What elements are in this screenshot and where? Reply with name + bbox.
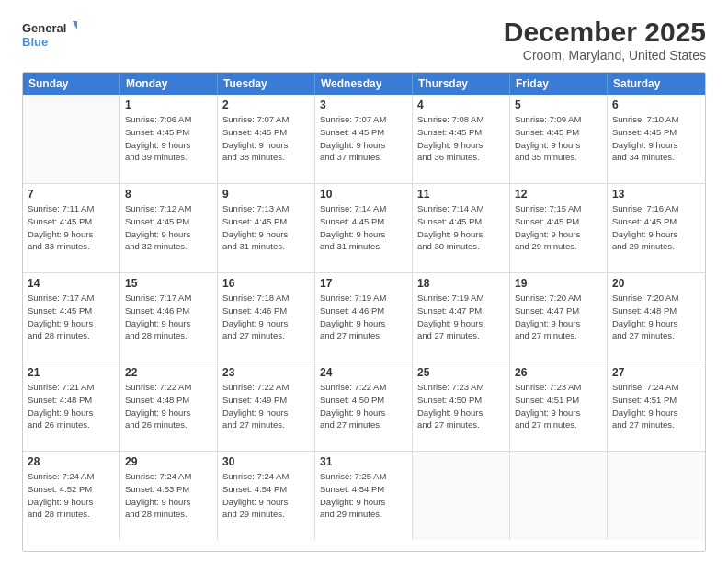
day-number: 12 [515,188,602,201]
day-info: Sunrise: 7:08 AM Sunset: 4:45 PM Dayligh… [417,113,505,164]
header-day: Monday [120,73,218,95]
calendar-cell: 20Sunrise: 7:20 AM Sunset: 4:48 PM Dayli… [608,273,705,362]
calendar-cell: 10Sunrise: 7:14 AM Sunset: 4:45 PM Dayli… [315,184,413,272]
day-number: 13 [612,188,700,201]
title-block: December 2025 Croom, Maryland, United St… [504,17,706,63]
day-number: 9 [222,188,310,201]
day-number: 8 [125,188,212,201]
day-info: Sunrise: 7:17 AM Sunset: 4:45 PM Dayligh… [28,292,115,342]
day-info: Sunrise: 7:20 AM Sunset: 4:48 PM Dayligh… [612,292,700,342]
day-number: 5 [515,98,602,111]
header-day: Sunday [23,73,120,95]
calendar-cell: 26Sunrise: 7:23 AM Sunset: 4:51 PM Dayli… [510,362,608,451]
day-number: 31 [320,455,407,468]
logo-svg: General Blue [22,17,77,53]
day-info: Sunrise: 7:09 AM Sunset: 4:45 PM Dayligh… [515,113,602,164]
calendar-cell: 27Sunrise: 7:24 AM Sunset: 4:51 PM Dayli… [608,362,705,451]
calendar-cell [510,452,608,540]
day-info: Sunrise: 7:11 AM Sunset: 4:45 PM Dayligh… [28,202,115,253]
day-info: Sunrise: 7:13 AM Sunset: 4:45 PM Dayligh… [222,202,310,253]
calendar-body: 1Sunrise: 7:06 AM Sunset: 4:45 PM Daylig… [23,95,705,540]
day-info: Sunrise: 7:07 AM Sunset: 4:45 PM Dayligh… [222,113,310,164]
header-day: Tuesday [218,73,315,95]
day-info: Sunrise: 7:19 AM Sunset: 4:47 PM Dayligh… [417,292,505,342]
day-info: Sunrise: 7:14 AM Sunset: 4:45 PM Dayligh… [417,202,505,253]
calendar-cell: 16Sunrise: 7:18 AM Sunset: 4:46 PM Dayli… [218,273,315,362]
day-number: 17 [320,277,407,290]
day-number: 18 [417,277,505,290]
day-info: Sunrise: 7:21 AM Sunset: 4:48 PM Dayligh… [28,381,115,431]
calendar-cell: 8Sunrise: 7:12 AM Sunset: 4:45 PM Daylig… [120,184,218,272]
calendar-cell: 19Sunrise: 7:20 AM Sunset: 4:47 PM Dayli… [510,273,608,362]
day-number: 27 [612,366,700,379]
calendar-cell: 30Sunrise: 7:24 AM Sunset: 4:54 PM Dayli… [218,452,315,540]
day-number: 15 [125,277,212,290]
calendar-cell [413,452,510,540]
calendar-cell [608,452,705,540]
calendar-cell: 21Sunrise: 7:21 AM Sunset: 4:48 PM Dayli… [23,362,120,451]
calendar-cell: 14Sunrise: 7:17 AM Sunset: 4:45 PM Dayli… [23,273,120,362]
calendar-cell: 17Sunrise: 7:19 AM Sunset: 4:46 PM Dayli… [315,273,413,362]
day-info: Sunrise: 7:23 AM Sunset: 4:50 PM Dayligh… [417,381,505,431]
day-number: 1 [125,98,212,111]
logo: General Blue [22,17,77,53]
calendar-row: 28Sunrise: 7:24 AM Sunset: 4:52 PM Dayli… [23,452,705,540]
day-number: 24 [320,366,407,379]
day-info: Sunrise: 7:12 AM Sunset: 4:45 PM Dayligh… [125,202,212,253]
svg-text:General: General [22,21,66,35]
day-info: Sunrise: 7:19 AM Sunset: 4:46 PM Dayligh… [320,292,407,342]
day-info: Sunrise: 7:16 AM Sunset: 4:45 PM Dayligh… [612,202,700,253]
header: General Blue December 2025 Croom, Maryla… [22,17,706,63]
day-info: Sunrise: 7:10 AM Sunset: 4:45 PM Dayligh… [612,113,700,164]
calendar-cell: 9Sunrise: 7:13 AM Sunset: 4:45 PM Daylig… [218,184,315,272]
day-info: Sunrise: 7:20 AM Sunset: 4:47 PM Dayligh… [515,292,602,342]
calendar-cell: 23Sunrise: 7:22 AM Sunset: 4:49 PM Dayli… [218,362,315,451]
day-info: Sunrise: 7:23 AM Sunset: 4:51 PM Dayligh… [515,381,602,431]
calendar: SundayMondayTuesdayWednesdayThursdayFrid… [22,72,706,552]
day-number: 26 [515,366,602,379]
day-info: Sunrise: 7:24 AM Sunset: 4:54 PM Dayligh… [222,470,310,521]
day-info: Sunrise: 7:06 AM Sunset: 4:45 PM Dayligh… [125,113,212,164]
calendar-cell: 28Sunrise: 7:24 AM Sunset: 4:52 PM Dayli… [23,452,120,540]
calendar-cell: 12Sunrise: 7:15 AM Sunset: 4:45 PM Dayli… [510,184,608,272]
day-number: 22 [125,366,212,379]
calendar-cell: 15Sunrise: 7:17 AM Sunset: 4:46 PM Dayli… [120,273,218,362]
calendar-cell: 2Sunrise: 7:07 AM Sunset: 4:45 PM Daylig… [218,95,315,183]
day-info: Sunrise: 7:24 AM Sunset: 4:52 PM Dayligh… [28,470,115,521]
calendar-row: 1Sunrise: 7:06 AM Sunset: 4:45 PM Daylig… [23,95,705,184]
calendar-row: 7Sunrise: 7:11 AM Sunset: 4:45 PM Daylig… [23,184,705,273]
day-number: 7 [28,188,115,201]
day-number: 23 [222,366,310,379]
day-number: 20 [612,277,700,290]
calendar-cell: 31Sunrise: 7:25 AM Sunset: 4:54 PM Dayli… [315,452,413,540]
subtitle: Croom, Maryland, United States [504,48,706,63]
day-info: Sunrise: 7:22 AM Sunset: 4:48 PM Dayligh… [125,381,212,431]
day-number: 30 [222,455,310,468]
day-number: 6 [612,98,700,111]
day-info: Sunrise: 7:18 AM Sunset: 4:46 PM Dayligh… [222,292,310,342]
day-number: 4 [417,98,505,111]
calendar-cell: 6Sunrise: 7:10 AM Sunset: 4:45 PM Daylig… [608,95,705,183]
day-info: Sunrise: 7:14 AM Sunset: 4:45 PM Dayligh… [320,202,407,253]
calendar-header: SundayMondayTuesdayWednesdayThursdayFrid… [23,73,705,95]
header-day: Thursday [413,73,510,95]
calendar-cell: 25Sunrise: 7:23 AM Sunset: 4:50 PM Dayli… [413,362,510,451]
day-number: 19 [515,277,602,290]
day-info: Sunrise: 7:07 AM Sunset: 4:45 PM Dayligh… [320,113,407,164]
day-number: 16 [222,277,310,290]
calendar-cell: 29Sunrise: 7:24 AM Sunset: 4:53 PM Dayli… [120,452,218,540]
page: General Blue December 2025 Croom, Maryla… [0,0,728,563]
calendar-row: 14Sunrise: 7:17 AM Sunset: 4:45 PM Dayli… [23,273,705,362]
day-info: Sunrise: 7:24 AM Sunset: 4:51 PM Dayligh… [612,381,700,431]
day-info: Sunrise: 7:22 AM Sunset: 4:49 PM Dayligh… [222,381,310,431]
main-title: December 2025 [504,17,706,48]
day-number: 29 [125,455,212,468]
day-number: 14 [28,277,115,290]
day-number: 3 [320,98,407,111]
svg-text:Blue: Blue [22,35,48,49]
day-info: Sunrise: 7:15 AM Sunset: 4:45 PM Dayligh… [515,202,602,253]
day-number: 2 [222,98,310,111]
day-number: 25 [417,366,505,379]
day-info: Sunrise: 7:22 AM Sunset: 4:50 PM Dayligh… [320,381,407,431]
calendar-cell: 24Sunrise: 7:22 AM Sunset: 4:50 PM Dayli… [315,362,413,451]
